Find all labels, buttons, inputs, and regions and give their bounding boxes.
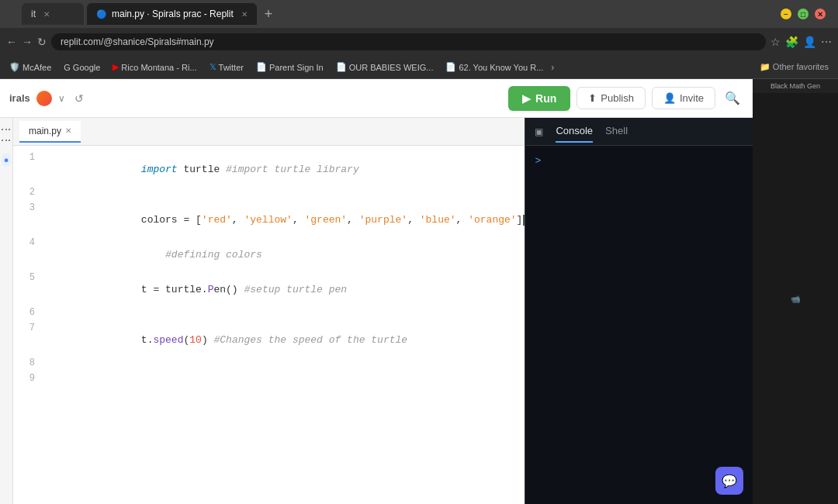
code-line-3: 3 colors = ['red', 'yellow', 'green', 'p… — [13, 202, 525, 237]
bookmarks-bar: 🛡️ McAfee G Google ▶ Rico Montana - Ri..… — [0, 56, 838, 79]
bookmark-rico[interactable]: ▶ Rico Montana - Ri... — [108, 60, 201, 74]
video-placeholder: 📹 — [791, 295, 800, 303]
bookmark-label: 62. You Know You R... — [459, 63, 543, 72]
invite-button[interactable]: 👤 Invite — [652, 87, 715, 109]
tab-bar: it ✕ 🔵 main.py · Spirals prac - Replit ✕… — [0, 0, 838, 28]
code-line-9: 9 — [13, 373, 525, 388]
mcafee-icon: 🛡️ — [9, 62, 20, 72]
bookmark-star-icon[interactable]: ☆ — [770, 36, 781, 48]
run-play-icon: ▶ — [522, 92, 531, 105]
bookmark-label: Parent Sign In — [269, 63, 324, 72]
file-tab-main-py[interactable]: main.py ✕ — [19, 121, 81, 143]
code-line-5: 5 t = turtle.Pen() #setup turtle pen — [13, 272, 525, 307]
doc-icon-2: 📄 — [336, 62, 347, 72]
bookmark-label: Rico Montana - Ri... — [121, 63, 196, 72]
file-tabs: main.py ✕ — [13, 118, 525, 146]
bookmark-62[interactable]: 📄 62. You Know You R... — [441, 60, 548, 74]
browser-tab-active[interactable]: 🔵 main.py · Spirals prac - Replit ✕ — [87, 3, 257, 25]
side-video-panel: Black Math Gen 📹 — [753, 79, 838, 504]
console-terminal-icon: ▣ — [535, 126, 543, 137]
console-body: > 💬 — [525, 146, 753, 504]
publish-button[interactable]: ⬆ Publish — [577, 87, 646, 109]
close-button[interactable]: ✕ — [815, 9, 826, 19]
google-icon: G — [64, 63, 71, 72]
sidebar-icons: ⋮⋮ ● — [0, 118, 13, 504]
doc-icon-3: 📄 — [445, 62, 456, 72]
new-tab-button[interactable]: + — [260, 6, 278, 22]
code-line-8: 8 — [13, 357, 525, 373]
menu-icon[interactable]: ⋯ — [821, 36, 832, 48]
chat-button[interactable]: 💬 — [715, 467, 743, 495]
replit-header: irals ∨ ↺ ▶ Run ⬆ Publish 👤 Invite 🔍 — [0, 79, 753, 118]
youtube-icon: ▶ — [113, 62, 119, 72]
editor-panel: main.py ✕ 1 import turtle #import turtle… — [13, 118, 525, 504]
forward-button[interactable]: → — [22, 36, 33, 48]
code-line-1: 1 import turtle #import turtle library — [13, 152, 525, 187]
console-prompt: > — [535, 155, 541, 167]
bookmark-google[interactable]: G Google — [59, 61, 105, 74]
invite-person-icon: 👤 — [663, 92, 676, 104]
refresh-button[interactable]: ↻ — [37, 36, 47, 48]
bookmark-label: Twitter — [219, 63, 244, 72]
folder-icon: 📁 — [760, 62, 770, 71]
chevron-down-icon[interactable]: ∨ — [58, 93, 65, 104]
other-favorites[interactable]: 📁 Other favorites — [755, 60, 833, 74]
console-tab-bar: ▣ Console Shell — [525, 118, 753, 146]
replit-project-name: irals — [9, 92, 30, 104]
sidebar-active-icon[interactable]: ● — [2, 154, 12, 166]
side-video-label: Black Math Gen — [753, 79, 838, 93]
tab-label-active: main.py · Spirals prac - Replit — [112, 9, 234, 19]
tab-close-icon[interactable]: ✕ — [43, 10, 50, 19]
search-icon: 🔍 — [725, 91, 740, 105]
extensions-icon[interactable]: 🧩 — [785, 36, 798, 48]
url-input[interactable]: replit.com/@shanice/Spirals#main.py — [51, 33, 766, 50]
chat-icon: 💬 — [722, 474, 737, 488]
history-icon[interactable]: ↺ — [71, 89, 87, 108]
publish-upload-icon: ⬆ — [588, 92, 597, 104]
code-line-6: 6 — [13, 307, 525, 323]
doc-icon: 📄 — [256, 62, 267, 72]
run-label: Run — [535, 92, 556, 105]
minimize-button[interactable]: − — [781, 9, 791, 19]
tab-shell[interactable]: Shell — [605, 120, 628, 143]
tab-console[interactable]: Console — [556, 120, 593, 143]
address-bar: ← → ↻ replit.com/@shanice/Spirals#main.p… — [0, 28, 838, 56]
other-favorites-label: Other favorites — [773, 62, 829, 71]
tab-favicon: 🔵 — [96, 9, 107, 19]
console-panel: ▣ Console Shell > 💬 — [525, 118, 753, 504]
bookmark-babies[interactable]: 📄 OUR BABIES WEIG... — [331, 60, 438, 74]
code-line-4: 4 #defining colors — [13, 237, 525, 272]
url-text: replit.com/@shanice/Spirals#main.py — [61, 36, 214, 47]
maximize-button[interactable]: □ — [798, 9, 809, 19]
back-button[interactable]: ← — [6, 36, 17, 48]
bookmark-twitter[interactable]: 𝕏 Twitter — [205, 60, 248, 74]
code-line-2: 2 — [13, 187, 525, 202]
bookmark-label: Google — [73, 63, 100, 72]
replit-logo-dot — [36, 91, 52, 106]
bookmark-label: OUR BABIES WEIG... — [349, 63, 434, 72]
profile-icon[interactable]: 👤 — [803, 36, 816, 48]
file-tab-label: main.py — [29, 126, 61, 136]
side-video-content: 📹 — [753, 93, 838, 504]
twitter-icon: 𝕏 — [210, 62, 216, 72]
tab-close-active-icon[interactable]: ✕ — [241, 10, 248, 19]
tab-label: it — [31, 9, 36, 19]
invite-label: Invite — [680, 92, 704, 104]
file-tab-close-icon[interactable]: ✕ — [65, 126, 71, 135]
bookmarks-chevron[interactable]: › — [551, 62, 554, 73]
bookmark-mcafee[interactable]: 🛡️ McAfee — [5, 60, 56, 74]
bookmark-label: McAfee — [23, 63, 51, 72]
browser-tab-inactive[interactable]: it ✕ — [22, 3, 84, 25]
kw-import: import — [141, 164, 178, 175]
bookmark-parent-signin[interactable]: 📄 Parent Sign In — [251, 60, 328, 74]
sidebar-menu-icon[interactable]: ⋮⋮ — [0, 124, 12, 146]
search-button[interactable]: 🔍 — [722, 88, 743, 109]
code-line-7: 7 t.speed(10) #Changes the speed of the … — [13, 323, 525, 357]
run-button[interactable]: ▶ Run — [508, 86, 570, 111]
code-area[interactable]: 1 import turtle #import turtle library 2… — [13, 146, 525, 504]
publish-label: Publish — [601, 92, 634, 104]
